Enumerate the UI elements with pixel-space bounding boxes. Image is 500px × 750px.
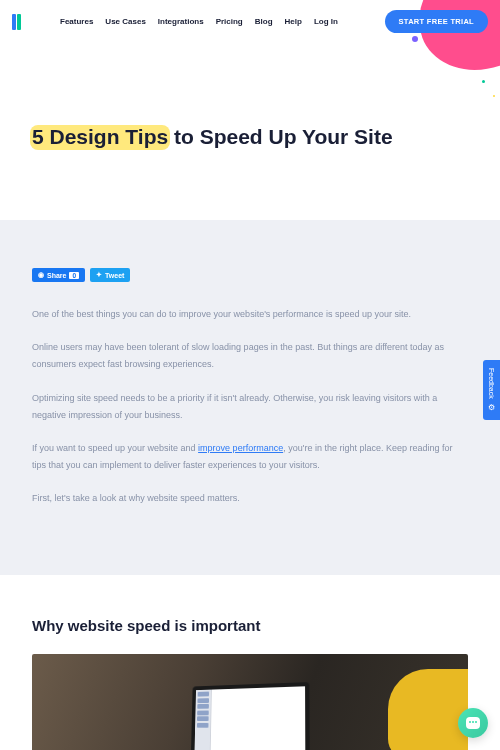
nav-use-cases[interactable]: Use Cases	[105, 17, 145, 26]
gear-icon: ⚙	[487, 403, 496, 412]
person-illustration	[388, 669, 468, 750]
nav-features[interactable]: Features	[60, 17, 93, 26]
chat-icon	[466, 717, 480, 729]
hero-section: 5 Design Tips to Speed Up Your Site	[0, 43, 500, 220]
p4-text-a: If you want to speed up your website and	[32, 443, 198, 453]
decorative-dot	[482, 80, 485, 83]
start-trial-button[interactable]: START FREE TRIAL	[385, 10, 489, 33]
nav-help[interactable]: Help	[285, 17, 302, 26]
improve-performance-link[interactable]: improve performance	[198, 443, 283, 453]
intro-paragraph-3: Optimizing site speed needs to be a prio…	[32, 390, 468, 424]
nav-blog[interactable]: Blog	[255, 17, 273, 26]
page-title: 5 Design Tips to Speed Up Your Site	[32, 123, 468, 150]
fb-share-count: 0	[69, 272, 79, 279]
share-row: ◉ Share 0 ✦ Tweet	[32, 268, 468, 282]
facebook-share-button[interactable]: ◉ Share 0	[32, 268, 85, 282]
fb-share-label: Share	[47, 272, 66, 279]
intro-paragraph-5: First, let's take a look at why website …	[32, 490, 468, 507]
intro-paragraph-2: Online users may have been tolerant of s…	[32, 339, 468, 373]
article-hero-image	[32, 654, 468, 750]
site-header: Features Use Cases Integrations Pricing …	[0, 0, 500, 43]
title-rest: to Speed Up Your Site	[168, 125, 392, 148]
twitter-icon: ✦	[96, 271, 102, 279]
laptop-illustration	[191, 682, 310, 750]
nav-pricing[interactable]: Pricing	[216, 17, 243, 26]
twitter-share-button[interactable]: ✦ Tweet	[90, 268, 130, 282]
nav-login[interactable]: Log In	[314, 17, 338, 26]
decorative-dot	[493, 95, 495, 97]
primary-nav: Features Use Cases Integrations Pricing …	[60, 17, 379, 26]
section-heading: Why website speed is important	[32, 617, 468, 634]
title-highlight: 5 Design Tips	[32, 123, 168, 150]
logo-icon[interactable]	[12, 14, 26, 30]
nav-integrations[interactable]: Integrations	[158, 17, 204, 26]
feedback-tab[interactable]: Feedback ⚙	[483, 360, 500, 420]
feedback-label: Feedback	[488, 368, 495, 399]
section-why-speed: Why website speed is important	[0, 575, 500, 750]
intro-paragraph-1: One of the best things you can do to imp…	[32, 306, 468, 323]
intro-paragraph-4: If you want to speed up your website and…	[32, 440, 468, 474]
chat-widget-button[interactable]	[458, 708, 488, 738]
tw-share-label: Tweet	[105, 272, 124, 279]
facebook-icon: ◉	[38, 271, 44, 279]
article-intro: ◉ Share 0 ✦ Tweet One of the best things…	[0, 220, 500, 575]
